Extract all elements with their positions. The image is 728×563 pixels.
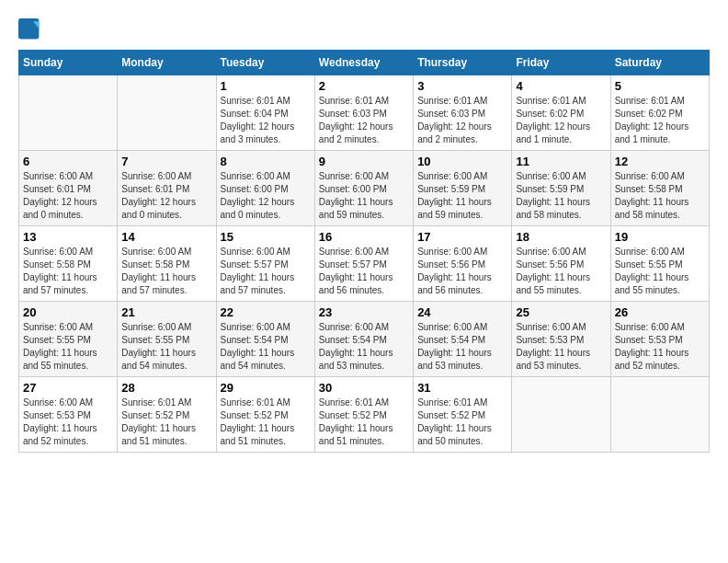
- day-number: 12: [615, 155, 705, 168]
- calendar-cell: [118, 75, 216, 151]
- calendar-cell: 31Sunrise: 6:01 AM Sunset: 5:52 PM Dayli…: [414, 377, 512, 453]
- page-header: [18, 18, 710, 40]
- day-info: Sunrise: 6:00 AM Sunset: 5:53 PM Dayligh…: [615, 321, 705, 373]
- weekday-header-monday: Monday: [118, 51, 216, 75]
- day-info: Sunrise: 6:00 AM Sunset: 5:55 PM Dayligh…: [121, 321, 211, 373]
- calendar-cell: 13Sunrise: 6:00 AM Sunset: 5:58 PM Dayli…: [19, 226, 118, 302]
- day-info: Sunrise: 6:01 AM Sunset: 6:03 PM Dayligh…: [319, 95, 409, 146]
- day-info: Sunrise: 6:01 AM Sunset: 6:03 PM Dayligh…: [417, 95, 507, 146]
- weekday-header-thursday: Thursday: [414, 51, 512, 75]
- day-info: Sunrise: 6:00 AM Sunset: 5:58 PM Dayligh…: [615, 170, 705, 222]
- day-info: Sunrise: 6:01 AM Sunset: 5:52 PM Dayligh…: [417, 396, 507, 448]
- weekday-header-saturday: Saturday: [610, 51, 709, 75]
- calendar-cell: 25Sunrise: 6:00 AM Sunset: 5:53 PM Dayli…: [512, 302, 610, 377]
- day-number: 19: [615, 230, 705, 244]
- calendar-cell: 2Sunrise: 6:01 AM Sunset: 6:03 PM Daylig…: [314, 75, 413, 151]
- calendar-cell: 29Sunrise: 6:01 AM Sunset: 5:52 PM Dayli…: [216, 377, 314, 453]
- calendar-cell: 19Sunrise: 6:00 AM Sunset: 5:55 PM Dayli…: [610, 226, 709, 302]
- calendar-cell: [19, 75, 118, 151]
- calendar-cell: 14Sunrise: 6:00 AM Sunset: 5:58 PM Dayli…: [118, 226, 216, 302]
- calendar-cell: 23Sunrise: 6:00 AM Sunset: 5:54 PM Dayli…: [314, 302, 413, 377]
- day-number: 6: [23, 155, 113, 168]
- day-number: 13: [23, 230, 113, 244]
- calendar-cell: 24Sunrise: 6:00 AM Sunset: 5:54 PM Dayli…: [414, 302, 512, 377]
- day-info: Sunrise: 6:01 AM Sunset: 6:02 PM Dayligh…: [516, 95, 606, 146]
- day-info: Sunrise: 6:01 AM Sunset: 5:52 PM Dayligh…: [221, 396, 311, 448]
- calendar-cell: 1Sunrise: 6:01 AM Sunset: 6:04 PM Daylig…: [216, 75, 314, 151]
- day-info: Sunrise: 6:00 AM Sunset: 6:00 PM Dayligh…: [221, 170, 311, 222]
- day-number: 15: [221, 230, 311, 244]
- calendar-table: SundayMondayTuesdayWednesdayThursdayFrid…: [18, 50, 710, 453]
- day-info: Sunrise: 6:00 AM Sunset: 5:57 PM Dayligh…: [221, 246, 311, 297]
- weekday-header-sunday: Sunday: [19, 51, 118, 75]
- day-info: Sunrise: 6:00 AM Sunset: 5:54 PM Dayligh…: [319, 321, 409, 373]
- calendar-cell: 30Sunrise: 6:01 AM Sunset: 5:52 PM Dayli…: [314, 377, 413, 453]
- day-info: Sunrise: 6:00 AM Sunset: 5:56 PM Dayligh…: [516, 246, 606, 297]
- calendar-cell: 4Sunrise: 6:01 AM Sunset: 6:02 PM Daylig…: [512, 75, 610, 151]
- day-number: 21: [121, 305, 211, 319]
- day-number: 10: [417, 155, 507, 168]
- weekday-row: SundayMondayTuesdayWednesdayThursdayFrid…: [19, 51, 710, 75]
- day-info: Sunrise: 6:00 AM Sunset: 5:56 PM Dayligh…: [417, 246, 507, 297]
- calendar-cell: 10Sunrise: 6:00 AM Sunset: 5:59 PM Dayli…: [414, 151, 512, 226]
- day-number: 3: [417, 79, 507, 93]
- calendar-cell: 17Sunrise: 6:00 AM Sunset: 5:56 PM Dayli…: [414, 226, 512, 302]
- day-info: Sunrise: 6:00 AM Sunset: 5:58 PM Dayligh…: [23, 246, 113, 297]
- logo: [18, 18, 44, 40]
- calendar-cell: 22Sunrise: 6:00 AM Sunset: 5:54 PM Dayli…: [216, 302, 314, 377]
- calendar-week-3: 20Sunrise: 6:00 AM Sunset: 5:55 PM Dayli…: [19, 302, 710, 377]
- calendar-cell: 6Sunrise: 6:00 AM Sunset: 6:01 PM Daylig…: [19, 151, 118, 226]
- day-number: 4: [516, 79, 606, 93]
- calendar-cell: 21Sunrise: 6:00 AM Sunset: 5:55 PM Dayli…: [118, 302, 216, 377]
- calendar-cell: 5Sunrise: 6:01 AM Sunset: 6:02 PM Daylig…: [610, 75, 709, 151]
- calendar-cell: 11Sunrise: 6:00 AM Sunset: 5:59 PM Dayli…: [512, 151, 610, 226]
- day-info: Sunrise: 6:01 AM Sunset: 6:02 PM Dayligh…: [615, 95, 705, 146]
- calendar-body: 1Sunrise: 6:01 AM Sunset: 6:04 PM Daylig…: [19, 75, 710, 453]
- day-number: 5: [615, 79, 705, 93]
- calendar-week-0: 1Sunrise: 6:01 AM Sunset: 6:04 PM Daylig…: [19, 75, 710, 151]
- day-info: Sunrise: 6:00 AM Sunset: 5:57 PM Dayligh…: [319, 246, 409, 297]
- calendar-cell: [610, 377, 709, 453]
- day-info: Sunrise: 6:00 AM Sunset: 6:00 PM Dayligh…: [319, 170, 409, 222]
- day-number: 18: [516, 230, 606, 244]
- weekday-header-wednesday: Wednesday: [314, 51, 413, 75]
- day-number: 27: [23, 381, 113, 395]
- day-number: 9: [319, 155, 409, 168]
- day-number: 31: [417, 381, 507, 395]
- day-info: Sunrise: 6:01 AM Sunset: 5:52 PM Dayligh…: [121, 396, 211, 448]
- day-info: Sunrise: 6:00 AM Sunset: 5:59 PM Dayligh…: [516, 170, 606, 222]
- calendar-cell: 15Sunrise: 6:00 AM Sunset: 5:57 PM Dayli…: [216, 226, 314, 302]
- day-info: Sunrise: 6:00 AM Sunset: 5:54 PM Dayligh…: [221, 321, 311, 373]
- calendar-cell: 16Sunrise: 6:00 AM Sunset: 5:57 PM Dayli…: [314, 226, 413, 302]
- day-number: 14: [121, 230, 211, 244]
- calendar-week-2: 13Sunrise: 6:00 AM Sunset: 5:58 PM Dayli…: [19, 226, 710, 302]
- day-number: 11: [516, 155, 606, 168]
- calendar-week-1: 6Sunrise: 6:00 AM Sunset: 6:01 PM Daylig…: [19, 151, 710, 226]
- calendar-cell: 27Sunrise: 6:00 AM Sunset: 5:53 PM Dayli…: [19, 377, 118, 453]
- weekday-header-friday: Friday: [512, 51, 610, 75]
- calendar-cell: 26Sunrise: 6:00 AM Sunset: 5:53 PM Dayli…: [610, 302, 709, 377]
- logo-icon: [18, 18, 40, 40]
- day-number: 22: [221, 305, 311, 319]
- day-info: Sunrise: 6:01 AM Sunset: 6:04 PM Dayligh…: [221, 95, 311, 146]
- weekday-header-tuesday: Tuesday: [216, 51, 314, 75]
- day-number: 30: [319, 381, 409, 395]
- day-number: 29: [221, 381, 311, 395]
- day-number: 16: [319, 230, 409, 244]
- day-info: Sunrise: 6:00 AM Sunset: 5:54 PM Dayligh…: [417, 321, 507, 373]
- day-info: Sunrise: 6:00 AM Sunset: 6:01 PM Dayligh…: [121, 170, 211, 222]
- day-number: 25: [516, 305, 606, 319]
- calendar-week-4: 27Sunrise: 6:00 AM Sunset: 5:53 PM Dayli…: [19, 377, 710, 453]
- calendar-cell: 8Sunrise: 6:00 AM Sunset: 6:00 PM Daylig…: [216, 151, 314, 226]
- day-info: Sunrise: 6:00 AM Sunset: 5:53 PM Dayligh…: [23, 396, 113, 448]
- day-info: Sunrise: 6:00 AM Sunset: 5:58 PM Dayligh…: [121, 246, 211, 297]
- day-info: Sunrise: 6:01 AM Sunset: 5:52 PM Dayligh…: [319, 396, 409, 448]
- calendar-cell: 9Sunrise: 6:00 AM Sunset: 6:00 PM Daylig…: [314, 151, 413, 226]
- calendar-header: SundayMondayTuesdayWednesdayThursdayFrid…: [19, 51, 710, 75]
- calendar-cell: 28Sunrise: 6:01 AM Sunset: 5:52 PM Dayli…: [118, 377, 216, 453]
- day-number: 2: [319, 79, 409, 93]
- day-info: Sunrise: 6:00 AM Sunset: 6:01 PM Dayligh…: [23, 170, 113, 222]
- day-number: 7: [121, 155, 211, 168]
- day-info: Sunrise: 6:00 AM Sunset: 5:59 PM Dayligh…: [417, 170, 507, 222]
- day-number: 24: [417, 305, 507, 319]
